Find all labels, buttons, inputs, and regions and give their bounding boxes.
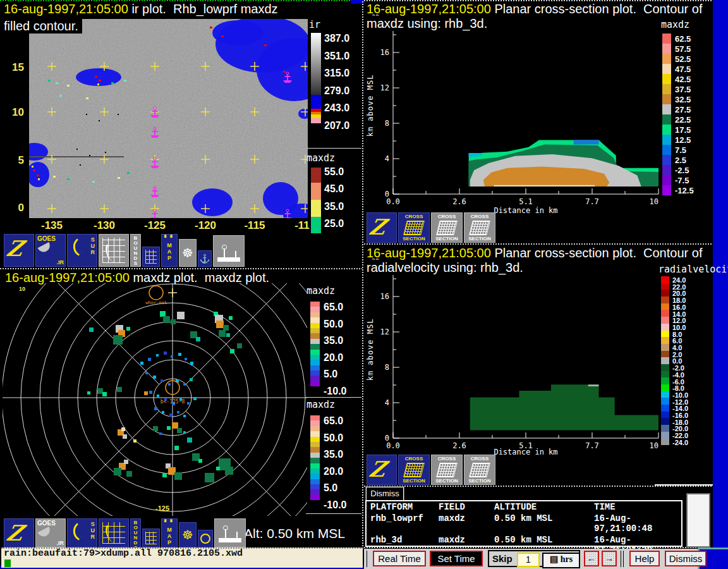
ir-y-tick: 15 [0,61,24,74]
skip-value-field[interactable]: 1 [517,553,540,567]
ir-title-text: ir plot. Rhb_lowprf maxdz [128,2,278,16]
sur-button[interactable]: SUR [67,518,97,548]
svg-text:2.6: 2.6 [452,441,466,450]
svg-text:Distance in km: Distance in km [494,206,557,215]
xsec-contour-fills [470,384,658,430]
gridradar-button[interactable] [99,518,129,548]
ship-icon [219,538,241,542]
colorbar-tick: 27.5 [675,105,691,114]
colorbar-segment [661,297,669,303]
colorbar-segment [661,377,669,384]
step-back-button[interactable]: ← [584,551,599,566]
right-arrow-icon: → [605,553,614,563]
goes-ir-label: .IR [56,540,64,546]
colorbar-segment [661,310,669,317]
controls-separator [367,551,367,567]
colorbar-segment [310,323,320,328]
help-button[interactable]: Help [629,551,660,566]
zebra-button[interactable]: Z [4,518,34,548]
step-forward-button[interactable]: → [602,551,617,566]
colorbar-tick: 5.0 [324,482,337,494]
minigrid-button[interactable] [142,529,160,548]
rosette-button[interactable]: ☸ [179,522,197,548]
scrollbar-widget[interactable] [686,493,710,548]
sur-button[interactable]: SUR [67,234,97,267]
hrs-button[interactable]: ▤ hrs [542,553,580,568]
gridradar-button[interactable] [99,234,129,267]
bounds-button[interactable]: BOUNDS [130,518,141,548]
map-label: MAP [162,527,177,546]
zebra-button[interactable]: Z [367,212,397,243]
terminal-window[interactable]: rain:beaufait:79>xdump.all 970816.2105.x… [1,548,363,568]
goes-button[interactable]: GOES.IR [35,518,66,548]
colorbar-segment [310,453,320,458]
svg-text:b<-125-8: b<-125-8 [161,399,185,405]
colorbar-segment [661,303,669,310]
colorbar-tick: -7.5 [675,176,689,185]
colorbar-segment [311,118,321,123]
colorbar-tick: 35.0 [324,201,344,212]
zebra-button[interactable]: Z [367,455,397,485]
xsec-button[interactable]: CROSSSECTION [431,455,463,485]
xsec-button[interactable]: CROSSSECTION [464,212,495,243]
map-button[interactable]: ▘▝MAP [161,234,178,267]
svg-text:12: 12 [380,327,389,336]
goes-button[interactable]: GOES.IR [35,234,66,267]
zebra-display-root: 16-aug-1997,21:05:00 ir plot. Rhb_lowprf… [0,0,728,569]
svg-text:km above MSL: km above MSL [366,319,375,381]
colorbar-segment [661,391,669,398]
colorbar-tick: 20.0 [324,352,343,364]
xsec-button[interactable]: CROSSSECTION [431,212,463,243]
ship-button[interactable] [213,235,245,267]
xsec-maxdz-plot[interactable]: 2016128400.02.65.17.710Distance in kmkm … [364,0,713,244]
colorbar-label: maxdz [306,152,335,164]
colorbar-segment [310,365,320,370]
real-time-button[interactable]: Real Time [373,551,426,566]
xsec-button[interactable]: CROSSSECTION [464,455,495,485]
ir-satellite-map[interactable] [29,19,308,218]
dismiss-small-button[interactable]: Dismiss [366,487,404,501]
colorbar-tick: 62.5 [675,34,691,44]
colorbar-segment [310,360,320,365]
colorbar-tick: 45.0 [324,183,344,195]
bounds-button[interactable]: BOUNDS [130,234,141,267]
colorbar-label: maxdz [306,399,335,410]
colorbar-segment [310,479,320,484]
rosette-icon: ☸ [182,245,193,260]
ppi-radar-display[interactable]: who<-matb<-125-8 [3,283,307,516]
colorbar-tick: 12.5 [675,135,691,145]
colorbar-segment [661,371,669,378]
colorbar-tick: 25.0 [324,218,344,229]
colorbar-segment [311,33,321,95]
set-time-button[interactable]: Set Time [430,551,483,566]
colorbar [661,276,669,445]
goes-icon: GOES [37,520,56,527]
colorbar-segment [310,442,320,447]
rosette-button[interactable]: ☸ [179,239,197,267]
xsec-button[interactable]: CROSSSECTION [398,455,430,485]
section-label: SECTION [399,478,429,484]
circle-button[interactable] [198,530,213,548]
colorbar-tick: 387.0 [324,33,349,44]
colorbar-segment [310,495,320,500]
colorbar-segment [310,437,320,442]
section-label: SECTION [399,236,429,242]
ppi-title-time: 16-aug-1997,21:05:00 [5,271,130,284]
ir-y-tick: 5 [0,154,24,167]
colorbar-segment [310,328,320,333]
colorbar-label: maxdz [306,285,335,297]
colorbar-segment [311,200,321,217]
xsec-button[interactable]: CROSSSECTION [398,212,430,243]
satellite-dish-icon [38,242,52,254]
ship-button[interactable] [214,518,246,548]
ir-x-tick: -120 [185,219,226,232]
dismiss-button[interactable]: Dismiss [665,551,707,566]
minigrid-button[interactable] [142,247,160,267]
svg-text:4: 4 [385,398,389,407]
buoy-button[interactable]: ⚓ [198,250,212,267]
colorbar-tick: 35.0 [324,335,343,346]
colorbar-segment [310,420,320,425]
ppi-title-text: maxdz plot. maxdz plot. [130,271,269,284]
map-button[interactable]: ▘▝MAP [161,518,178,548]
zebra-button[interactable]: Z [4,234,34,267]
